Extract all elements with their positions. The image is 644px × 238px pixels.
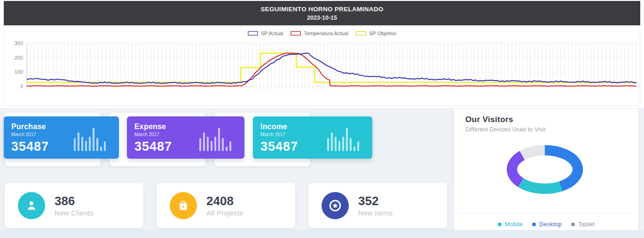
user-icon [18,192,45,219]
star-badge-icon [328,199,342,213]
visitors-legend-item-desktop[interactable]: Desktop [532,221,562,228]
user-icon [24,199,39,213]
svg-text:200: 200 [15,55,23,61]
stat-value: 352 [358,194,393,208]
svg-text:0: 0 [20,84,23,89]
bag-icon [170,192,197,219]
bag-icon [177,199,190,212]
line-chart-legend: SP ActualTemperatura ActualSP Objetivo [4,31,640,36]
temperature-line-chart: 3002001000 [4,38,640,104]
visitors-legend-item-mobile[interactable]: Mobile [498,221,523,228]
mini-bar-chart-icon [74,125,106,151]
footer-band [0,230,644,238]
visitors-title: Our Visitors [465,115,513,124]
legend-dot [532,223,536,226]
legend-label: SP Objetivo [369,31,396,36]
legend-label: Mobile [505,221,523,228]
stat-label: New Clients [55,209,94,217]
visitors-subtitle: Different Devices Used to Visit [465,126,546,133]
visitors-card: Our Visitors Different Devices Used to V… [454,108,639,232]
metric-card-income: Income March 2017 35487 [253,116,372,159]
svg-text:300: 300 [15,40,23,46]
report-title: SEGUIMIENTO HORNO PRELAMINADO [260,6,383,13]
metric-value: 35487 [134,139,172,154]
mini-bar-chart-icon [327,125,359,151]
line-chart-card: SP ActualTemperatura ActualSP Objetivo 3… [4,26,640,106]
legend-item-sp-objetivo[interactable]: SP Objetivo [356,31,396,36]
report-header: SEGUIMIENTO HORNO PRELAMINADO 2023-10-15 [4,1,640,25]
devices-donut-chart [454,142,639,210]
stat-value: 2408 [206,194,243,208]
stat-card-all-projects: 2408 All Projects [157,183,295,228]
divider [455,213,638,214]
mini-bar-chart-icon [199,125,231,151]
star-badge-icon [322,192,349,219]
stat-card-new-items: 352 New Items [308,183,447,228]
legend-label: Temperatura Actual [304,31,348,36]
stat-label: New Items [358,209,393,217]
legend-item-temperatura-actual[interactable]: Temperatura Actual [291,31,348,36]
chart-section: SEGUIMIENTO HORNO PRELAMINADO 2023-10-15… [0,0,644,108]
legend-label: SP Actual [261,31,283,36]
stat-value: 386 [55,194,94,208]
visitors-legend-item-tablet[interactable]: Tablet [571,221,595,228]
legend-dot [498,223,502,226]
legend-label: Desktop [539,221,562,228]
legend-item-sp-actual[interactable]: SP Actual [248,31,283,36]
dashboard-page: SEGUIMIENTO HORNO PRELAMINADO 2023-10-15… [0,0,644,238]
svg-text:100: 100 [15,69,23,75]
metric-card-expense: Expense March 2017 35487 [127,116,244,159]
stat-card-new-clients: 386 New Clients [5,183,143,228]
metric-value: 35487 [11,139,49,154]
metric-card-purchase: Purchase March 2017 35487 [4,116,119,159]
stat-label: All Projects [206,209,243,217]
legend-swatch [248,31,258,36]
legend-swatch [356,31,366,36]
visitors-legend: MobileDesktopTablet [454,221,638,228]
legend-dot [571,223,575,226]
legend-swatch [291,31,301,36]
metric-value: 35487 [260,139,298,154]
legend-label: Tablet [578,221,595,228]
report-date: 2023-10-15 [307,15,337,21]
